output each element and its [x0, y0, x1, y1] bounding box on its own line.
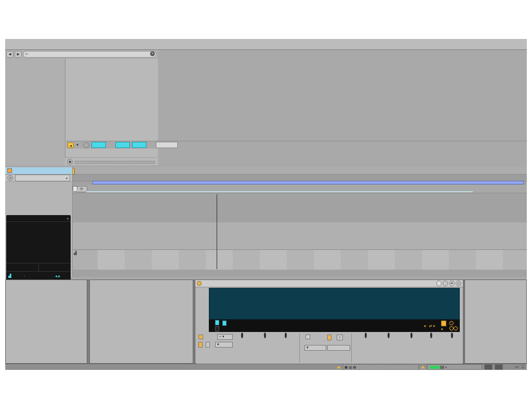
filter-slope-24[interactable] — [206, 342, 210, 348]
clip-detail-panel: ◎ ▼ ▾ ▟ - — [5, 167, 73, 277]
track-level-meter — [430, 366, 444, 369]
bottom-status-bar: ▦ ▥ ▤ ▾ ılıl ☰ — [5, 364, 527, 370]
desktop-background: ◉ ∿∿∿∿∿∿∿∿∿∿∿∿∿∿∿∿∿∿∿∿∿∿∿∿∿∿∿∿∿∿∿∿∿∿ ◎ ▼… — [0, 0, 532, 399]
simpler-controls: ⌐ ▾ ▾ ▾ ♪ — [196, 332, 462, 364]
velocity-lane: ▟ — [73, 249, 527, 270]
lane-menu-icon[interactable]: ▼ — [76, 143, 79, 147]
track-selector-toggle[interactable] — [421, 366, 425, 368]
vol-vel-knob[interactable] — [421, 334, 442, 337]
device-on-led[interactable] — [197, 281, 202, 286]
trigger-button[interactable] — [215, 320, 219, 325]
clear-search-icon[interactable] — [150, 51, 155, 56]
lane-fold-button[interactable]: ◂ — [68, 142, 74, 148]
browser-search-input[interactable] — [23, 51, 156, 58]
fade-in-knob[interactable] — [355, 334, 376, 337]
velocity-scale: ▟ — [73, 250, 98, 270]
io-box-2[interactable] — [495, 364, 503, 370]
mini-keyboard-icon: ▦ — [344, 365, 348, 369]
warp-double-button[interactable] — [454, 326, 458, 330]
sample-waveform-display[interactable] — [209, 288, 460, 320]
warp-button[interactable] — [441, 321, 446, 326]
playhead-line — [217, 194, 217, 269]
browser-back-button[interactable] — [6, 51, 14, 58]
ramp-end-value[interactable] — [132, 142, 147, 148]
editor-empty-rows — [73, 222, 527, 249]
device-skitter-macros — [464, 280, 527, 364]
note-rows — [73, 194, 527, 222]
filter-frequency-knob[interactable] — [232, 334, 252, 337]
transpose-knob[interactable] — [401, 334, 422, 337]
preview-play-icon[interactable]: ◉ — [67, 159, 73, 165]
search-icon — [25, 52, 28, 56]
warp-half-button[interactable] — [449, 326, 454, 330]
tab-sample[interactable] — [436, 281, 442, 286]
monitored-track-selector[interactable]: ▾ — [427, 364, 482, 370]
filter-res-knob[interactable] — [255, 334, 275, 337]
level-meter-icon: ılıl — [515, 365, 519, 369]
device-baytonal-kit-macros — [5, 280, 87, 364]
clip-panel-header[interactable] — [5, 167, 72, 175]
warp-strip: ▾ ⇄ ▾ ▾ — [209, 320, 460, 332]
randomize-amount[interactable] — [91, 142, 106, 148]
browser-header — [5, 50, 157, 58]
filter-drive-knob[interactable] — [275, 334, 296, 337]
filter-toggle[interactable] — [198, 335, 203, 339]
lfo-shape-menu[interactable]: ▾ — [304, 345, 326, 351]
volume-knob[interactable] — [442, 334, 462, 337]
generator-mode-row: ◎ ▼ — [5, 175, 72, 182]
fold-button[interactable] — [73, 168, 75, 175]
device-overview-strip[interactable]: ▦ ▥ ▤ — [343, 364, 419, 370]
warp-as-button[interactable] — [449, 321, 454, 325]
menu-lines-icon[interactable]: ☰ — [521, 365, 525, 369]
deviation-value[interactable] — [156, 142, 178, 148]
mini-device-icon: ▤ — [353, 365, 356, 369]
velocity-area[interactable] — [98, 250, 527, 270]
save-preset-icon[interactable]: ◫ — [456, 281, 461, 286]
lfo-hz-button[interactable] — [327, 335, 331, 340]
browser-file-list — [65, 59, 158, 165]
device-simpler-kick: ⇄ ◫ ▾ — [195, 280, 463, 364]
browser-forward-button[interactable] — [15, 51, 22, 58]
device-chain-area: ⇄ ◫ ▾ — [5, 280, 527, 364]
device-drum-rack — [89, 280, 193, 364]
hot-swap-icon[interactable]: ⇄ — [449, 281, 455, 286]
gate-button[interactable] — [215, 326, 219, 331]
loop-mode-menu[interactable]: ⇄ ▾ — [429, 324, 435, 328]
show-devices-toggle[interactable] — [337, 366, 341, 368]
fade-out-knob[interactable] — [378, 334, 399, 337]
preview-waveform: ∿∿∿∿∿∿∿∿∿∿∿∿∿∿∿∿∿∿∿∿∿∿∿∿∿∿∿∿∿∿∿∿∿∿ — [74, 159, 155, 164]
clip-length-line — [86, 191, 473, 192]
lfo-rate-value[interactable] — [327, 345, 350, 351]
generator-mode-menu[interactable]: ▼ — [15, 175, 70, 181]
randomize-button[interactable] — [83, 142, 89, 148]
preserve-menu[interactable]: ▾ — [424, 324, 426, 328]
ramp-start-value[interactable] — [115, 142, 130, 148]
loop-brace[interactable] — [92, 181, 524, 184]
freq-arrows-icon[interactable]: ◂ ▸ — [55, 274, 60, 278]
velocity-toolbar: ◂ ▼ — [66, 141, 527, 149]
snap-button[interactable] — [222, 321, 227, 326]
loop-region-icon[interactable]: ⟳ — [76, 186, 87, 192]
filter-type-menu[interactable]: ⌐ ▾ — [217, 334, 233, 340]
mini-rack-icon: ▥ — [349, 365, 352, 369]
scrub-area[interactable]: ⟳ — [73, 185, 527, 193]
io-box-1[interactable] — [484, 364, 493, 370]
editor-tab-bar — [73, 167, 527, 175]
midi-note-editor: ⟳ ▟ — [73, 167, 527, 277]
transport-bar — [5, 39, 527, 50]
generator-instrument-menu[interactable]: ▾ — [6, 215, 71, 222]
generator-icon: ◎ — [7, 175, 13, 181]
tab-controls[interactable] — [443, 281, 448, 286]
rhythm-generator-panel: ▾ ▟ - ◂ ▸ — [6, 215, 71, 285]
filter-slope-12[interactable] — [198, 342, 203, 348]
preview-bar: ◉ ∿∿∿∿∿∿∿∿∿∿∿∿∿∿∿∿∿∿∿∿∿∿∿∿∿∿∿∿∿∿∿∿∿∿ — [65, 157, 157, 165]
velocity-range-icon: ▟ — [8, 274, 11, 278]
warp-mode-menu[interactable]: ▾ — [441, 327, 446, 331]
ableton-live-window: ◉ ∿∿∿∿∿∿∿∿∿∿∿∿∿∿∿∿∿∿∿∿∿∿∿∿∿∿∿∿∿∿∿∿∿∿ ◎ ▼… — [5, 39, 527, 370]
browser-sidebar — [5, 59, 65, 165]
waveform-svg — [209, 288, 460, 320]
filter-circuit-menu[interactable]: ▾ — [215, 342, 233, 348]
lfo-toggle[interactable] — [305, 335, 310, 339]
lfo-sync-button[interactable]: ♪ — [337, 335, 343, 340]
clip-color-icon — [7, 168, 12, 173]
